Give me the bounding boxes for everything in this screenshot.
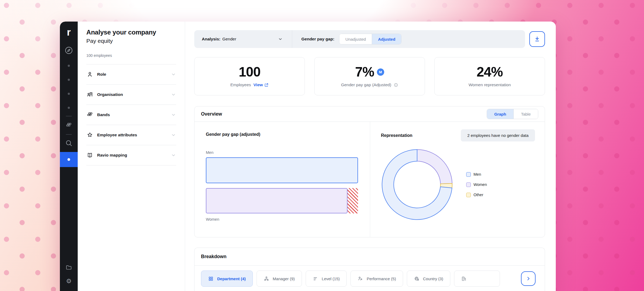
nav-dot[interactable] <box>68 107 70 109</box>
pay-gap-card: 7% M Gender pay gap (Adjusted) <box>314 57 425 95</box>
chevron-down-icon <box>171 92 176 97</box>
filter-country[interactable]: Country (3) <box>407 271 450 287</box>
sidebar-item-employee-attributes[interactable]: Employee attributes <box>86 125 176 145</box>
scroll-right-button[interactable] <box>521 271 536 286</box>
analysis-dropdown[interactable]: Analysis: Gender <box>202 37 283 41</box>
sidebar-item-organisation[interactable]: Organisation <box>86 85 176 105</box>
person-icon <box>86 71 93 78</box>
employees-card: 100 Employees View <box>194 57 305 95</box>
page-subtitle: Pay equity <box>86 38 176 44</box>
info-icon[interactable] <box>394 83 398 87</box>
external-link-icon <box>264 83 269 87</box>
sidebar-item-active[interactable] <box>60 152 78 167</box>
left-panel: Analyse your company Pay equity 100 empl… <box>78 22 185 291</box>
sidebar-item-ravio-mapping[interactable]: Ravio mapping <box>86 145 176 165</box>
ravio-logo: r <box>67 26 71 38</box>
filters-bar: Analysis: Gender Gender pay gap: Unadjus… <box>194 30 525 48</box>
sidebar-item-bands[interactable]: Bands <box>86 105 176 125</box>
representation-panel: Representation 2 employees have no gende… <box>370 122 545 237</box>
compass-icon[interactable] <box>64 45 74 56</box>
men-gender-badge: M <box>377 68 384 76</box>
search-icon[interactable] <box>64 138 74 148</box>
toggle-adjusted[interactable]: Adjusted <box>372 34 401 44</box>
org-chart-icon <box>264 276 269 282</box>
employees-value: 100 <box>239 65 260 79</box>
toolbar: Analysis: Gender Gender pay gap: Unadjus… <box>194 30 545 48</box>
women-bar-track <box>206 188 358 213</box>
men-bar-label: Men <box>206 150 358 155</box>
overview-title: Overview <box>201 111 222 117</box>
gear-icon[interactable]: ⚙ <box>64 276 74 286</box>
bands-icon <box>86 111 93 118</box>
sidebar-item-role[interactable]: Role <box>86 64 176 85</box>
legend-item-other: Other <box>466 193 487 197</box>
page-title: Analyse your company <box>86 29 176 36</box>
pay-gap-label: Gender pay gap: <box>301 37 334 41</box>
overview-body: Gender pay gap (adjusted) Men Women Repr… <box>195 122 545 237</box>
toolbar-divider <box>292 30 292 48</box>
filter-performance[interactable]: Performance (5) <box>350 271 403 287</box>
filter-level[interactable]: Level (15) <box>306 271 347 287</box>
sections-accordion: Role Organisation Bands Employee attribu… <box>86 64 176 165</box>
filter-department[interactable]: Department (4) <box>201 271 253 287</box>
women-bar-label: Women <box>206 217 358 221</box>
app-window: r ⚙ Analyse your company Pay equity 100 … <box>60 22 556 291</box>
chevron-down-icon <box>171 153 176 158</box>
representation-title: Representation <box>381 133 412 138</box>
download-icon <box>534 36 541 43</box>
gap-hatch <box>347 188 358 213</box>
bands-icon[interactable] <box>64 120 74 130</box>
representation-card: 24% Women representation <box>434 57 545 95</box>
breakdown-header: Breakdown <box>195 248 545 266</box>
main-content: Analysis: Gender Gender pay gap: Unadjus… <box>185 22 556 291</box>
active-dot-icon <box>67 158 70 161</box>
organisation-icon <box>86 91 93 98</box>
toggle-graph[interactable]: Graph <box>487 109 513 119</box>
view-employees-link[interactable]: View <box>253 82 269 87</box>
star-icon <box>86 131 93 138</box>
pay-gap-value: 7% <box>355 65 374 79</box>
legend-item-men: Men <box>466 172 487 177</box>
men-bar <box>206 157 358 183</box>
nav-dot[interactable] <box>68 79 70 81</box>
pay-gap-toggle: Unadjusted Adjusted <box>339 34 401 44</box>
chevron-down-icon <box>171 72 176 77</box>
chevron-right-icon <box>526 276 531 281</box>
download-button[interactable] <box>529 31 545 47</box>
women-bar <box>206 188 347 213</box>
filter-manager[interactable]: Manager (9) <box>257 271 302 287</box>
rail-divider <box>66 134 72 135</box>
no-gender-data-badge: 2 employees have no gender data <box>461 129 535 141</box>
graph-table-toggle: Graph Table <box>487 109 538 119</box>
building-icon <box>461 276 467 282</box>
analysis-label: Analysis: <box>202 37 220 41</box>
filter-office-partial[interactable] <box>454 271 500 287</box>
pay-gap-chart-title: Gender pay gap (adjusted) <box>206 132 358 137</box>
globe-pin-icon <box>414 276 420 282</box>
analysis-value: Gender <box>222 37 236 41</box>
overview-header: Overview Graph Table <box>195 106 545 122</box>
grid-icon <box>208 276 214 282</box>
nav-dot[interactable] <box>68 93 70 95</box>
rail-divider <box>66 116 72 116</box>
folder-icon[interactable] <box>64 262 74 273</box>
other-swatch <box>466 193 471 197</box>
chevron-down-icon <box>171 132 176 138</box>
overview-section: Overview Graph Table Gender pay gap (adj… <box>194 106 545 237</box>
chevron-down-icon <box>278 37 283 41</box>
sidebar-rail: r ⚙ <box>60 22 78 291</box>
chevron-down-icon <box>171 112 176 117</box>
nav-dot[interactable] <box>68 65 70 67</box>
donut-slice-women <box>417 150 452 184</box>
employee-count: 100 employees <box>86 53 176 58</box>
men-swatch <box>466 172 471 177</box>
toggle-table[interactable]: Table <box>513 109 538 119</box>
breakdown-title: Breakdown <box>201 254 226 259</box>
lines-icon <box>313 276 318 282</box>
toggle-unadjusted[interactable]: Unadjusted <box>339 34 372 44</box>
representation-label: Women representation <box>469 82 511 87</box>
employees-label: Employees <box>230 82 251 87</box>
pay-gap-card-label: Gender pay gap (Adjusted) <box>341 82 391 87</box>
donut-legend: Men Women Other <box>466 172 487 197</box>
women-swatch <box>466 182 471 187</box>
